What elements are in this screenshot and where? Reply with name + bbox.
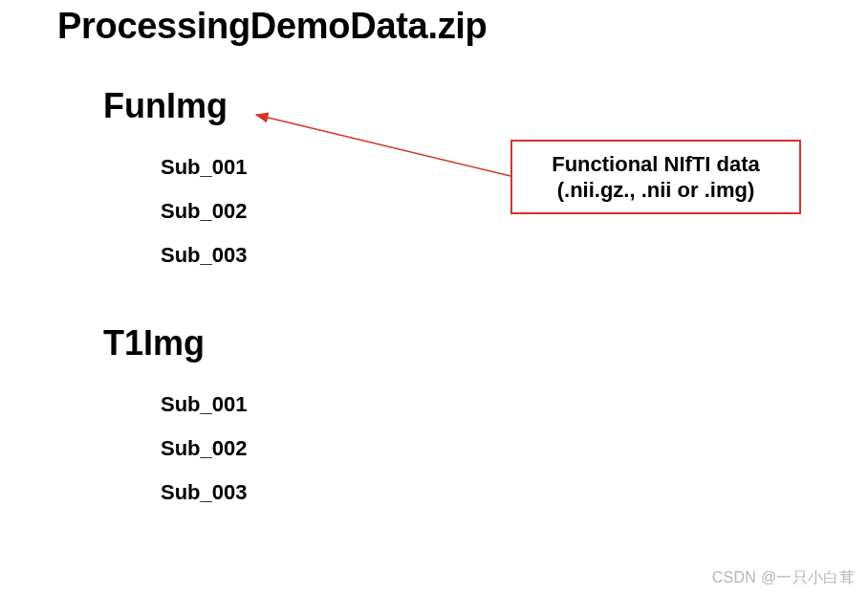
annotation-line-1: Functional NIfTI data	[552, 151, 760, 178]
dir-funimg-child-2: Sub_002	[161, 199, 248, 224]
archive-title: ProcessingDemoData.zip	[57, 6, 488, 47]
dir-t1img: T1Img	[103, 323, 205, 363]
dir-funimg-child-1: Sub_001	[161, 155, 248, 180]
watermark: CSDN @一只小白茸	[712, 568, 855, 588]
dir-funimg: FunImg	[103, 86, 228, 126]
annotation-callout: Functional NIfTI data (.nii.gz., .nii or…	[510, 140, 801, 214]
annotation-line-2: (.nii.gz., .nii or .img)	[557, 177, 755, 204]
dir-t1img-child-1: Sub_001	[161, 392, 248, 417]
svg-line-0	[256, 115, 510, 176]
dir-t1img-child-2: Sub_002	[161, 436, 248, 461]
dir-t1img-child-3: Sub_003	[161, 480, 248, 505]
dir-funimg-child-3: Sub_003	[161, 243, 248, 268]
